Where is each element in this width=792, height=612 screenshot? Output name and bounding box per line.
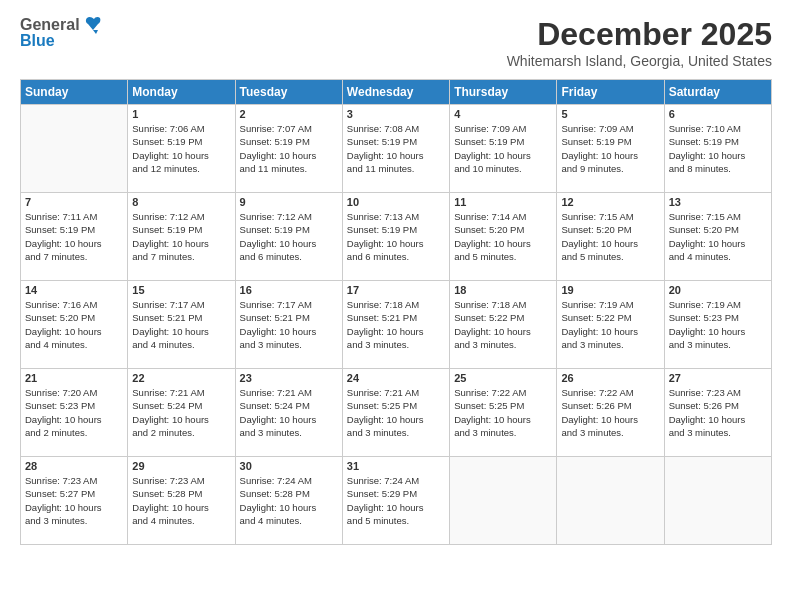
day-info: Sunrise: 7:16 AMSunset: 5:20 PMDaylight:… <box>25 298 123 351</box>
day-info: Sunrise: 7:15 AMSunset: 5:20 PMDaylight:… <box>669 210 767 263</box>
day-number: 4 <box>454 108 552 120</box>
day-info: Sunrise: 7:24 AMSunset: 5:28 PMDaylight:… <box>240 474 338 527</box>
day-number: 2 <box>240 108 338 120</box>
title-section: December 2025 Whitemarsh Island, Georgia… <box>507 16 772 69</box>
day-info: Sunrise: 7:06 AMSunset: 5:19 PMDaylight:… <box>132 122 230 175</box>
day-info: Sunrise: 7:23 AMSunset: 5:28 PMDaylight:… <box>132 474 230 527</box>
day-info: Sunrise: 7:23 AMSunset: 5:26 PMDaylight:… <box>669 386 767 439</box>
table-row: 27Sunrise: 7:23 AMSunset: 5:26 PMDayligh… <box>664 369 771 457</box>
day-info: Sunrise: 7:15 AMSunset: 5:20 PMDaylight:… <box>561 210 659 263</box>
day-number: 16 <box>240 284 338 296</box>
col-monday: Monday <box>128 80 235 105</box>
day-number: 25 <box>454 372 552 384</box>
day-number: 5 <box>561 108 659 120</box>
table-row: 14Sunrise: 7:16 AMSunset: 5:20 PMDayligh… <box>21 281 128 369</box>
day-info: Sunrise: 7:08 AMSunset: 5:19 PMDaylight:… <box>347 122 445 175</box>
table-row <box>557 457 664 545</box>
day-number: 31 <box>347 460 445 472</box>
col-wednesday: Wednesday <box>342 80 449 105</box>
table-row: 26Sunrise: 7:22 AMSunset: 5:26 PMDayligh… <box>557 369 664 457</box>
day-info: Sunrise: 7:18 AMSunset: 5:21 PMDaylight:… <box>347 298 445 351</box>
day-info: Sunrise: 7:17 AMSunset: 5:21 PMDaylight:… <box>240 298 338 351</box>
day-number: 30 <box>240 460 338 472</box>
day-info: Sunrise: 7:17 AMSunset: 5:21 PMDaylight:… <box>132 298 230 351</box>
table-row: 5Sunrise: 7:09 AMSunset: 5:19 PMDaylight… <box>557 105 664 193</box>
table-row: 10Sunrise: 7:13 AMSunset: 5:19 PMDayligh… <box>342 193 449 281</box>
day-number: 26 <box>561 372 659 384</box>
col-thursday: Thursday <box>450 80 557 105</box>
table-row: 21Sunrise: 7:20 AMSunset: 5:23 PMDayligh… <box>21 369 128 457</box>
day-info: Sunrise: 7:19 AMSunset: 5:22 PMDaylight:… <box>561 298 659 351</box>
table-row: 24Sunrise: 7:21 AMSunset: 5:25 PMDayligh… <box>342 369 449 457</box>
day-info: Sunrise: 7:09 AMSunset: 5:19 PMDaylight:… <box>561 122 659 175</box>
day-info: Sunrise: 7:18 AMSunset: 5:22 PMDaylight:… <box>454 298 552 351</box>
table-row: 11Sunrise: 7:14 AMSunset: 5:20 PMDayligh… <box>450 193 557 281</box>
day-info: Sunrise: 7:21 AMSunset: 5:24 PMDaylight:… <box>240 386 338 439</box>
month-title: December 2025 <box>507 16 772 53</box>
day-info: Sunrise: 7:24 AMSunset: 5:29 PMDaylight:… <box>347 474 445 527</box>
day-number: 28 <box>25 460 123 472</box>
day-number: 8 <box>132 196 230 208</box>
day-number: 9 <box>240 196 338 208</box>
table-row: 4Sunrise: 7:09 AMSunset: 5:19 PMDaylight… <box>450 105 557 193</box>
table-row: 13Sunrise: 7:15 AMSunset: 5:20 PMDayligh… <box>664 193 771 281</box>
day-number: 20 <box>669 284 767 296</box>
table-row: 17Sunrise: 7:18 AMSunset: 5:21 PMDayligh… <box>342 281 449 369</box>
day-number: 1 <box>132 108 230 120</box>
table-row <box>450 457 557 545</box>
calendar-week-row: 28Sunrise: 7:23 AMSunset: 5:27 PMDayligh… <box>21 457 772 545</box>
day-number: 12 <box>561 196 659 208</box>
col-tuesday: Tuesday <box>235 80 342 105</box>
location-title: Whitemarsh Island, Georgia, United State… <box>507 53 772 69</box>
table-row <box>664 457 771 545</box>
page: General Blue December 2025 Whitemarsh Is… <box>0 0 792 612</box>
col-friday: Friday <box>557 80 664 105</box>
day-info: Sunrise: 7:20 AMSunset: 5:23 PMDaylight:… <box>25 386 123 439</box>
day-number: 10 <box>347 196 445 208</box>
table-row: 30Sunrise: 7:24 AMSunset: 5:28 PMDayligh… <box>235 457 342 545</box>
day-number: 14 <box>25 284 123 296</box>
logo-blue: Blue <box>20 32 55 50</box>
day-number: 6 <box>669 108 767 120</box>
logo: General Blue <box>20 16 104 50</box>
table-row: 23Sunrise: 7:21 AMSunset: 5:24 PMDayligh… <box>235 369 342 457</box>
table-row: 12Sunrise: 7:15 AMSunset: 5:20 PMDayligh… <box>557 193 664 281</box>
day-info: Sunrise: 7:12 AMSunset: 5:19 PMDaylight:… <box>240 210 338 263</box>
table-row: 16Sunrise: 7:17 AMSunset: 5:21 PMDayligh… <box>235 281 342 369</box>
table-row: 8Sunrise: 7:12 AMSunset: 5:19 PMDaylight… <box>128 193 235 281</box>
day-number: 29 <box>132 460 230 472</box>
day-number: 27 <box>669 372 767 384</box>
table-row <box>21 105 128 193</box>
table-row: 20Sunrise: 7:19 AMSunset: 5:23 PMDayligh… <box>664 281 771 369</box>
day-number: 13 <box>669 196 767 208</box>
day-number: 18 <box>454 284 552 296</box>
calendar-week-row: 1Sunrise: 7:06 AMSunset: 5:19 PMDaylight… <box>21 105 772 193</box>
table-row: 29Sunrise: 7:23 AMSunset: 5:28 PMDayligh… <box>128 457 235 545</box>
col-saturday: Saturday <box>664 80 771 105</box>
day-number: 22 <box>132 372 230 384</box>
day-info: Sunrise: 7:22 AMSunset: 5:26 PMDaylight:… <box>561 386 659 439</box>
day-info: Sunrise: 7:13 AMSunset: 5:19 PMDaylight:… <box>347 210 445 263</box>
day-number: 19 <box>561 284 659 296</box>
calendar: Sunday Monday Tuesday Wednesday Thursday… <box>20 79 772 545</box>
day-info: Sunrise: 7:12 AMSunset: 5:19 PMDaylight:… <box>132 210 230 263</box>
table-row: 3Sunrise: 7:08 AMSunset: 5:19 PMDaylight… <box>342 105 449 193</box>
calendar-week-row: 7Sunrise: 7:11 AMSunset: 5:19 PMDaylight… <box>21 193 772 281</box>
day-info: Sunrise: 7:21 AMSunset: 5:24 PMDaylight:… <box>132 386 230 439</box>
day-number: 24 <box>347 372 445 384</box>
day-info: Sunrise: 7:14 AMSunset: 5:20 PMDaylight:… <box>454 210 552 263</box>
day-number: 7 <box>25 196 123 208</box>
day-number: 11 <box>454 196 552 208</box>
col-sunday: Sunday <box>21 80 128 105</box>
table-row: 7Sunrise: 7:11 AMSunset: 5:19 PMDaylight… <box>21 193 128 281</box>
table-row: 18Sunrise: 7:18 AMSunset: 5:22 PMDayligh… <box>450 281 557 369</box>
day-info: Sunrise: 7:09 AMSunset: 5:19 PMDaylight:… <box>454 122 552 175</box>
table-row: 31Sunrise: 7:24 AMSunset: 5:29 PMDayligh… <box>342 457 449 545</box>
day-number: 3 <box>347 108 445 120</box>
table-row: 28Sunrise: 7:23 AMSunset: 5:27 PMDayligh… <box>21 457 128 545</box>
table-row: 1Sunrise: 7:06 AMSunset: 5:19 PMDaylight… <box>128 105 235 193</box>
calendar-header-row: Sunday Monday Tuesday Wednesday Thursday… <box>21 80 772 105</box>
day-number: 15 <box>132 284 230 296</box>
calendar-week-row: 14Sunrise: 7:16 AMSunset: 5:20 PMDayligh… <box>21 281 772 369</box>
day-info: Sunrise: 7:11 AMSunset: 5:19 PMDaylight:… <box>25 210 123 263</box>
